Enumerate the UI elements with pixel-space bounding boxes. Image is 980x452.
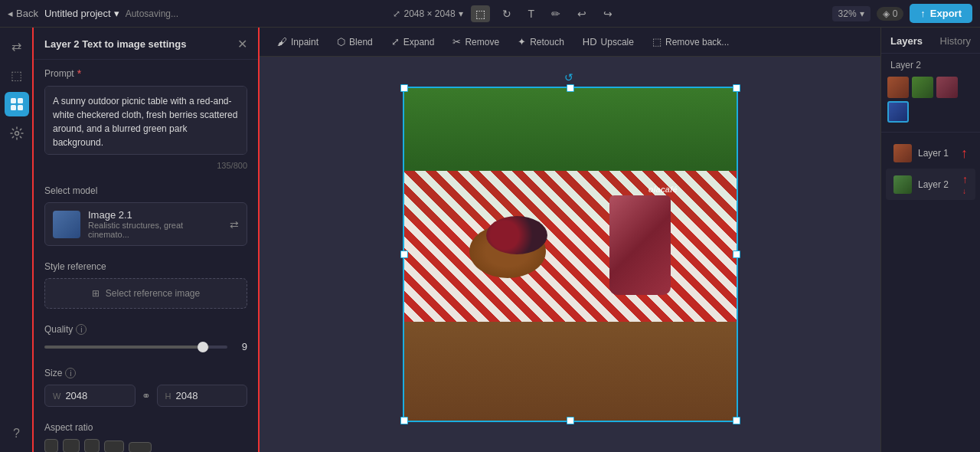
layer2-label: Layer 2: [881, 54, 980, 74]
collapse-sidebar-button[interactable]: ⇄: [5, 34, 29, 58]
quality-label: Quality i: [44, 324, 247, 335]
scene-cloth: [403, 171, 738, 322]
upscale-button[interactable]: HD Upscale: [576, 33, 641, 51]
rotate-handle[interactable]: ↺: [564, 71, 573, 84]
svg-rect-0: [11, 98, 16, 103]
panel-title: Layer 2 Text to image settings: [44, 38, 186, 50]
layer-1-thumbnail: [893, 144, 912, 162]
style-ref-btn-label: Select reference image: [106, 288, 200, 299]
settings-icon-button[interactable]: [5, 121, 29, 146]
history-tab[interactable]: History: [940, 35, 971, 47]
canvas-toolbar: 🖌 Inpaint ⬡ Blend ⤢ Expand ✂ Remove ✦ Re…: [260, 28, 880, 57]
project-name-text: Untitled project: [44, 8, 111, 19]
text-tool-button[interactable]: T: [524, 5, 540, 22]
layers-icon-button[interactable]: ⬚: [5, 63, 29, 87]
undo-button[interactable]: ↩: [573, 5, 591, 22]
topbar-left: ◂ Back Untitled project ▾ Autosaving...: [8, 8, 178, 19]
back-label: Back: [16, 8, 38, 19]
expand-icon: ⤢: [391, 36, 400, 47]
pen-tool-button[interactable]: ✏: [547, 5, 565, 22]
topbar: ◂ Back Untitled project ▾ Autosaving... …: [0, 0, 980, 28]
back-button[interactable]: ◂ Back: [8, 8, 38, 19]
layer-item-2[interactable]: Layer 2 ↑ ↓: [886, 169, 975, 200]
main-layout: ⇄ ⬚ ? Layer 2 Text to image settings ✕: [0, 28, 980, 452]
height-input[interactable]: 2048: [175, 390, 221, 401]
expand-button[interactable]: ⤢ Expand: [384, 33, 442, 51]
aspect-16-9-button[interactable]: 16:9: [104, 441, 124, 452]
size-label: Size i: [44, 368, 247, 378]
layer-2-up-arrow[interactable]: ↑: [962, 173, 968, 185]
zoom-dropdown-icon: ▾: [860, 8, 864, 19]
layers-tab[interactable]: Layers: [890, 35, 923, 47]
icon-sidebar: ⇄ ⬚ ?: [0, 28, 34, 452]
width-input-group: W 2048: [44, 385, 136, 407]
width-input[interactable]: 2048: [65, 390, 111, 401]
model-thumbnail: [53, 211, 80, 238]
canvas-content[interactable]: olacafé ↺: [260, 57, 880, 452]
remove-bg-button[interactable]: ⬚ Remove back...: [645, 33, 736, 51]
move-tool-button[interactable]: ⬚: [471, 5, 490, 22]
required-indicator: *: [77, 67, 81, 80]
project-name[interactable]: Untitled project ▾: [44, 8, 119, 19]
canvas-size: ⤢ 2048 × 2048 ▾: [393, 8, 462, 19]
style-ref-button[interactable]: ⊞ Select reference image: [44, 278, 247, 309]
redo-button[interactable]: ↪: [599, 5, 617, 22]
size-section: Size i W 2048 ⚭ H 2048: [34, 360, 258, 414]
aspect-ratio-label: Aspect ratio: [44, 422, 247, 433]
layer-thumb-3[interactable]: [936, 77, 958, 98]
export-button[interactable]: ↑ Export: [910, 4, 972, 23]
svg-rect-2: [11, 105, 16, 110]
model-name: Image 2.1: [88, 209, 222, 221]
model-section: Select model Image 2.1 Realistic structu…: [34, 178, 258, 254]
prompt-textarea[interactable]: A sunny outdoor picnic table with a red-…: [44, 86, 247, 155]
retouch-icon: ✦: [518, 36, 526, 47]
layer-2-down-arrow[interactable]: ↓: [962, 187, 968, 195]
layer-thumb-1[interactable]: [887, 77, 909, 98]
topbar-right: 32% ▾ ◈ 0 ↑ Export: [832, 4, 972, 23]
aspect-21-9-button[interactable]: 21:9: [129, 442, 152, 452]
settings-panel: Layer 2 Text to image settings ✕ Prompt …: [34, 28, 260, 452]
layer-1-arrows: ↑: [961, 146, 968, 162]
remove-button[interactable]: ✂ Remove: [446, 33, 506, 51]
resize-icon: ⤢: [393, 8, 400, 19]
credits-badge: ◈ 0: [877, 7, 904, 21]
layer-item-1[interactable]: Layer 1 ↑: [886, 139, 975, 167]
height-label: H: [165, 391, 172, 401]
aspect-1-1-button[interactable]: 1:1: [44, 439, 58, 452]
help-icon-button[interactable]: ?: [5, 421, 29, 446]
layer-1-up-arrow[interactable]: ↑: [961, 146, 968, 162]
quality-info-icon: i: [76, 324, 87, 335]
layer-thumb-4-active[interactable]: [887, 101, 909, 123]
image-plus-icon: ⊞: [92, 288, 100, 299]
panel-close-button[interactable]: ✕: [237, 37, 247, 51]
model-description: Realistic structures, great cinemato...: [88, 221, 222, 239]
layer-thumb-2[interactable]: [912, 77, 933, 98]
link-dimensions-icon[interactable]: ⚭: [142, 390, 151, 402]
generate-icon-button[interactable]: [5, 92, 29, 116]
aspect-4-3-button[interactable]: 4:3: [63, 439, 80, 452]
aspect-4-3-icon: [63, 439, 80, 452]
canvas-image-container: olacafé ↺: [403, 87, 738, 422]
topbar-center: ⤢ 2048 × 2048 ▾ ⬚ ↻ T ✏ ↩ ↪: [393, 5, 617, 22]
export-icon: ↑: [920, 8, 926, 19]
char-count: 135/800: [44, 161, 247, 170]
aspect-ratio-section: Aspect ratio 1:1 4:3 3:2 16:9: [34, 414, 258, 452]
aspect-3-2-button[interactable]: 3:2: [84, 439, 100, 452]
panel-header: Layer 2 Text to image settings ✕: [34, 28, 258, 60]
scissors-icon: ✂: [452, 36, 461, 47]
layer-thumbnails: [881, 74, 980, 126]
credits-count: 0: [893, 8, 898, 19]
zoom-display[interactable]: 32% ▾: [832, 6, 871, 21]
quality-slider[interactable]: [44, 346, 227, 349]
inpaint-button[interactable]: 🖌 Inpaint: [270, 33, 325, 51]
model-selector[interactable]: Image 2.1 Realistic structures, great ci…: [44, 202, 247, 246]
layer-2-arrows: ↑ ↓: [962, 173, 968, 195]
retouch-button[interactable]: ✦ Retouch: [511, 33, 571, 51]
height-input-group: H 2048: [157, 385, 248, 407]
icon-sidebar-bottom: ?: [5, 421, 29, 446]
blend-button[interactable]: ⬡ Blend: [330, 33, 380, 51]
rotate-tool-button[interactable]: ↻: [498, 5, 516, 22]
svg-rect-3: [18, 105, 23, 110]
aspect-21-9-icon: [129, 442, 152, 452]
canvas-size-dropdown[interactable]: ▾: [459, 8, 463, 19]
